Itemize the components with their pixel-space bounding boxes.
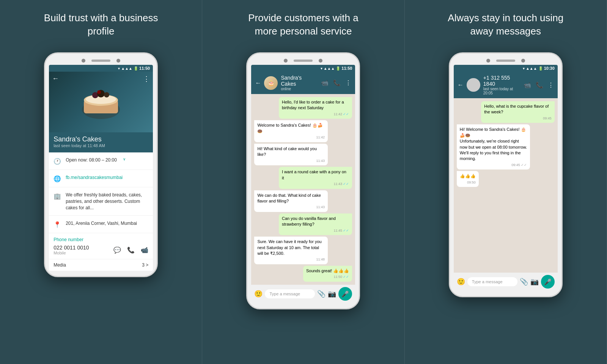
signal-icon-2: ▲▲▲ [324,66,335,71]
phone-camera-5 [486,59,490,63]
away-video-icon[interactable]: 📹 [524,82,531,89]
away-msg-text-3: 👍👍👍 [460,174,476,178]
away-avatar [467,78,480,92]
message-input[interactable]: Type a message [265,289,315,298]
chat-header: ← 🎂 Sandra's Cakes online 📹 📞 ⋮ [251,72,355,94]
signal-icon-3: ▲▲▲ [526,66,537,71]
phone-camera-4 [319,59,322,63]
read-tick-8: ✓✓ [343,275,349,279]
chat-back-button[interactable]: ← [255,80,261,86]
status-time-2: 11:50 [341,66,352,71]
away-emoji-button[interactable]: 🙂 [457,278,465,286]
read-tick-1: ✓✓ [343,112,349,116]
phone-chat: ▾ ▲▲▲ 🔋 11:50 ← 🎂 Sandra's Cakes online … [246,52,360,309]
more-options-button[interactable]: ⋮ [143,75,150,83]
hours-dropdown[interactable]: ∨ [123,157,126,161]
msg-time-6: 11:45 ✓✓ [282,228,349,233]
camera-button[interactable]: 📷 [328,290,336,298]
phone-type: Mobile [53,251,89,255]
msg-text-5: We can do that. What kind of cake flavor… [257,193,321,203]
away-camera-button[interactable]: 📷 [530,278,539,286]
voice-call-icon[interactable]: 📞 [333,79,341,86]
away-back-button[interactable]: ← [458,82,464,88]
website-link[interactable]: fb.me/sandrascakesmumbai [66,174,123,181]
chat-contact-status: online [281,87,318,91]
svg-point-6 [104,92,109,97]
address-row: 📍 201, Areniia Corner, Vashi, Mumbai [49,216,153,233]
chat-header-info: Sandra's Cakes online [281,75,318,91]
phone-top-bar-2 [251,59,355,63]
status-time: 11:50 [139,66,150,71]
phone-profile: ▾ ▲▲▲ 🔋 11:50 [44,52,158,277]
away-contact-name: +1 312 555 1840 [483,75,521,87]
panel-profile: Build trust with a business profile ▾ ▲▲… [0,0,202,364]
message-5: We can do that. What kind of cake flavor… [254,190,328,212]
away-msg-time-1: 09:45 [484,116,552,121]
read-tick-4: ✓✓ [343,182,349,186]
msg-time-2: 11:42 [257,135,325,140]
panel-title-chat: Provide customers with a more personal s… [248,11,358,42]
message-7: Sure. We can have it ready for you next … [254,237,328,264]
back-button[interactable]: ← [52,75,59,83]
chat-contact-name: Sandra's Cakes [281,75,318,87]
away-message-3: 👍👍👍 09:50 [457,171,479,187]
more-icon[interactable]: ⋮ [345,79,351,86]
away-attach-button[interactable]: 📎 [520,278,528,286]
message-4: I want a round cake with a pony on it 11… [279,167,352,188]
video-icon[interactable]: 📹 [141,246,148,254]
away-message-1: Hello, what is the cupcake flavor of the… [481,101,555,123]
media-row[interactable]: Media 3 > [49,259,153,271]
call-icon[interactable]: 📞 [127,246,135,254]
media-label: Media [53,262,66,268]
msg-time-3: 11:43 [257,158,325,163]
phone-camera-2 [116,59,120,63]
away-msg-text-1: Hello, what is the cupcake flavor of the… [484,104,549,114]
away-message-input[interactable]: Type a message [467,277,517,286]
address-text: 201, Areniia Corner, Vashi, Mumbai [66,220,137,227]
media-count: 3 > [142,262,148,268]
away-header-info: +1 312 555 1840 last seen today at 20:05 [483,75,521,95]
wifi-icon-3: ▾ [523,66,525,71]
profile-info: 🕐 Open now: 08:00 – 20:00 ∨ 🌐 fb.me/sand… [49,152,153,233]
panel-chat: Provide customers with a more personal s… [202,0,404,364]
chat-messages: Hello, I'd like to order a cake for a bi… [251,94,355,285]
phone-camera-6 [521,59,525,63]
away-action-icons: 📹 📞 ⋮ [524,82,554,89]
msg-text-4: I want a round cake with a pony on it [282,169,346,180]
msg-text-3: Hi! What kind of cake would you like? [257,146,317,157]
msg-time-7: 11:48 [257,257,325,262]
away-msg-time-2: 09:45 ✓✓ [460,163,527,168]
message-6: Can you do vanilla flavor and strawberry… [279,213,352,235]
away-contact-status: last seen today at 20:05 [483,87,521,95]
phone-camera [82,59,85,63]
chat-input-bar: 🙂 Type a message 📎 📷 🎤 [251,285,355,303]
cake-image [78,83,124,121]
description-row: 🏢 We offer freshly baked breads, cakes, … [49,187,153,216]
hours-row: 🕐 Open now: 08:00 – 20:00 ∨ [49,152,153,170]
away-chat-header: ← +1 312 555 1840 last seen today at 20:… [454,72,558,98]
status-icons-3: ▾ ▲▲▲ 🔋 [523,66,543,71]
phone-speaker-2 [294,60,313,62]
away-more-icon[interactable]: ⋮ [548,82,554,89]
message-8: Sounds great! 👍👍👍 11:50 ✓✓ [303,266,352,282]
profile-header-image [49,72,153,132]
attach-button[interactable]: 📎 [317,290,326,298]
video-call-icon[interactable]: 📹 [321,79,329,86]
away-mic-button[interactable]: 🎤 [541,275,555,289]
phone-number-row: 022 0011 0010 Mobile 💬 📞 📹 [49,243,153,259]
msg-time-4: 11:43 ✓✓ [282,182,349,187]
wifi-icon: ▾ [118,66,120,71]
building-icon: 🏢 [53,193,61,200]
away-call-icon[interactable]: 📞 [536,82,543,89]
msg-text-7: Sure. We can have it ready for you next … [257,239,321,256]
away-input-bar: 🙂 Type a message 📎 📷 🎤 [454,273,558,291]
mic-button[interactable]: 🎤 [338,287,352,301]
away-messages: Hello, what is the cupcake flavor of the… [454,98,558,273]
status-icons: ▾ ▲▲▲ 🔋 [118,66,138,71]
phone-number: 022 0011 0010 [53,245,89,251]
emoji-button[interactable]: 🙂 [254,290,263,298]
status-icons-2: ▾ ▲▲▲ 🔋 [321,66,341,71]
location-icon: 📍 [53,221,61,228]
message-icon[interactable]: 💬 [113,246,121,254]
panel-title-away: Always stay in touch using away messages [448,11,563,42]
